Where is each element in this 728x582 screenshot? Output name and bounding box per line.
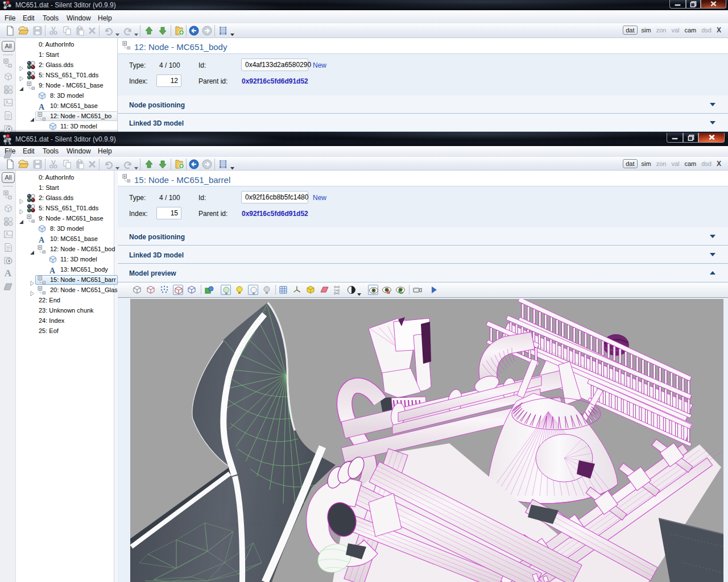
svg-text:Z=0: Z=0 xyxy=(334,292,340,295)
svg-text:S: S xyxy=(387,289,390,295)
